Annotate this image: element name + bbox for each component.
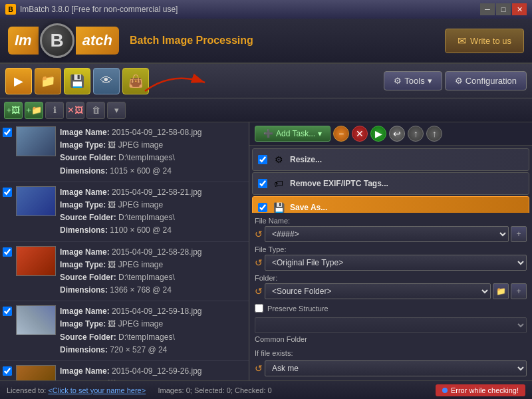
file-name-add-button[interactable]: + (511, 226, 527, 242)
if-exists-refresh-icon: ↺ (255, 363, 263, 374)
task-item-saveas[interactable]: 💾 Save As... (252, 196, 529, 213)
file-type-refresh-icon: ↺ (255, 257, 263, 268)
task-move-up-button[interactable]: ↑ (426, 126, 442, 142)
image-info-3: Image Name: 2015-04-09_12-58-28.jpg Imag… (60, 246, 246, 297)
task-item-resize[interactable]: ⚙ Resize... (252, 148, 529, 171)
add-folder-button[interactable]: +📁 (25, 102, 43, 119)
task-checkbox-exif[interactable] (258, 179, 267, 188)
tools-dropdown-button[interactable]: ⚙ Tools ▾ (384, 71, 442, 90)
tools-chevron-icon: ▾ (428, 76, 432, 86)
logo-im: Im (8, 27, 39, 55)
clear-list-button[interactable]: 🗑 (86, 102, 105, 119)
main-toolbar: ▶ 📁 💾 👁 👜 ⚙ Tools ▾ ⚙ Configuration (0, 64, 532, 98)
if-exists-label: If file exists: (255, 349, 527, 357)
config-label: Configuration (466, 76, 517, 86)
app-subtitle: Batch Image Processing (130, 35, 253, 47)
image-info-1: Image Name: 2015-04-09_12-58-08.jpg Imag… (60, 126, 246, 178)
task-label-resize: Resize... (290, 155, 322, 164)
toolbar-play-button[interactable]: ▶ (5, 68, 32, 94)
image-list-panel: Image Name: 2015-04-09_12-58-08.jpg Imag… (0, 122, 249, 380)
app-header: Im B atch Batch Image Processing ✉ Write… (0, 19, 532, 64)
saveas-icon: 💾 (271, 200, 286, 213)
add-image-button[interactable]: +🖼 (4, 102, 23, 119)
logo-atch: atch (76, 27, 119, 55)
tools-label: Tools (404, 76, 424, 86)
maximize-button[interactable]: □ (496, 3, 511, 15)
exif-icon: 🏷 (271, 176, 286, 191)
task-up-button[interactable]: ↩ (389, 126, 405, 142)
list-item[interactable]: Image Name: 2015-04-09_12-58-21.jpg Imag… (0, 182, 249, 242)
task-item-exif[interactable]: 🏷 Remove EXIF/IPTC Tags... (252, 172, 529, 195)
folder-add-button[interactable]: + (511, 283, 527, 299)
remove-image-button[interactable]: ✕🖼 (66, 102, 84, 119)
save-as-form: File Name: ↺ <####> + File Type: ↺ <Orig… (249, 213, 532, 380)
task-remove-button[interactable]: − (333, 126, 349, 142)
image-thumbnail-2 (16, 186, 56, 216)
image-list: Image Name: 2015-04-09_12-58-08.jpg Imag… (0, 122, 249, 380)
preserve-structure-checkbox[interactable] (255, 304, 263, 313)
file-type-label: File Type: (255, 245, 527, 253)
task-down-button[interactable]: ↑ (408, 126, 424, 142)
image-checkbox-4[interactable] (3, 307, 12, 316)
app-icon: B (5, 4, 16, 15)
common-folder-row: Common Folder (255, 317, 527, 343)
add-task-plus-icon: ➕ (263, 129, 273, 138)
status-left: Licensed to: <Click to set your name her… (7, 386, 272, 394)
envelope-icon: ✉ (458, 35, 466, 47)
file-name-label: File Name: (255, 217, 527, 225)
image-thumbnail-4 (16, 305, 56, 335)
if-exists-select[interactable]: Ask me Overwrite Skip Rename (265, 360, 527, 376)
status-bar: Licensed to: <Click to set your name her… (0, 380, 532, 399)
licensed-label: Licensed to: (7, 386, 46, 394)
window-controls: ─ □ ✕ (480, 3, 527, 15)
task-run-button[interactable]: ▶ (370, 126, 386, 142)
title-bar: B ImBatch 3.8.0 [Free for non-commercial… (0, 0, 532, 19)
status-images-text: Images: 0; Selected: 0; Checked: 0 (158, 386, 271, 394)
task-label-exif: Remove EXIF/IPTC Tags... (290, 179, 388, 188)
logo-b: B (40, 23, 74, 58)
licensed-link[interactable]: <Click to set your name here> (48, 386, 146, 394)
secondary-toolbar: +🖼 +📁 ℹ ✕🖼 🗑 ▾ (0, 98, 532, 122)
close-button[interactable]: ✕ (512, 3, 527, 15)
task-checkbox-saveas[interactable] (258, 203, 267, 212)
task-cancel-button[interactable]: ✕ (352, 126, 368, 142)
add-task-chevron-icon: ▾ (318, 129, 322, 138)
preserve-structure-row: Preserve Structure (255, 303, 527, 314)
minimize-button[interactable]: ─ (480, 3, 495, 15)
resize-icon: ⚙ (271, 152, 286, 167)
list-item[interactable]: Image Name: 2015-04-09_12-58-08.jpg Imag… (0, 122, 249, 182)
config-gear-icon: ⚙ (455, 76, 463, 86)
toolbar-bag-button[interactable]: 👜 (122, 68, 149, 94)
list-item[interactable]: Image Name: 2015-04-09_12-58-28.jpg Imag… (0, 242, 249, 302)
list-item[interactable]: Image Name: 2015-04-09_12-59-26.jpg Imag… (0, 361, 249, 380)
image-checkbox-2[interactable] (3, 188, 12, 197)
file-type-select[interactable]: <Original File Type> (265, 255, 527, 271)
list-item[interactable]: Image Name: 2015-04-09_12-59-18.jpg Imag… (0, 301, 249, 361)
toolbar-eye-button[interactable]: 👁 (93, 68, 120, 94)
toolbar-save-button[interactable]: 💾 (64, 68, 90, 94)
image-thumbnail-3 (16, 246, 56, 276)
task-checkbox-resize[interactable] (258, 155, 267, 164)
logo: Im B atch Batch Image Processing (8, 23, 253, 58)
write-to-us-button[interactable]: ✉ Write to us (445, 29, 524, 53)
configuration-button[interactable]: ⚙ Configuration (445, 71, 527, 90)
image-info-2: Image Name: 2015-04-09_12-58-21.jpg Imag… (60, 186, 246, 237)
image-checkbox-5[interactable] (3, 366, 12, 376)
add-task-label: Add Task... (276, 129, 315, 138)
image-checkbox-1[interactable] (3, 128, 12, 137)
write-btn-label: Write to us (470, 36, 511, 46)
add-task-button[interactable]: ➕ Add Task... ▾ (255, 126, 331, 142)
folder-browse-button[interactable]: 📁 (493, 283, 509, 299)
task-list: ⚙ Resize... 🏷 Remove EXIF/IPTC Tags... 💾… (249, 146, 532, 213)
image-checkbox-3[interactable] (3, 247, 12, 257)
common-folder-select[interactable] (255, 317, 527, 333)
image-options-button[interactable]: ▾ (107, 102, 126, 119)
folder-row: Folder: ↺ <Source Folder> 📁 + (255, 274, 527, 299)
folder-refresh-icon: ↺ (255, 286, 263, 297)
image-info-button[interactable]: ℹ (45, 102, 64, 119)
file-name-select[interactable]: <####> (265, 226, 509, 242)
toolbar-open-button[interactable]: 📁 (35, 68, 61, 94)
folder-select[interactable]: <Source Folder> (265, 283, 491, 299)
tools-icon: ⚙ (394, 76, 402, 86)
error-status: Error while checking! (436, 384, 525, 396)
